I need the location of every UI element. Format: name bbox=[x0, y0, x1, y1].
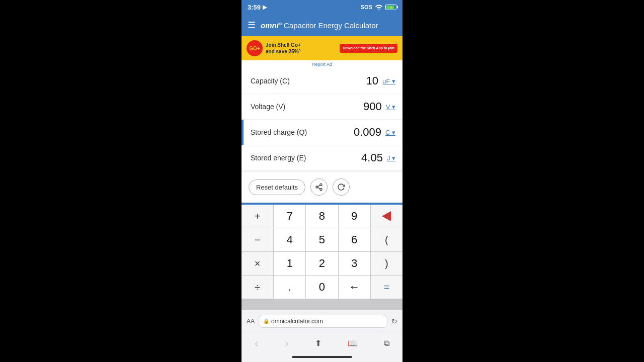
menu-icon[interactable]: ☰ bbox=[248, 20, 256, 31]
stored-charge-value: 0.009 bbox=[354, 126, 381, 139]
reload-icon[interactable]: ↻ bbox=[391, 317, 397, 325]
key-sym[interactable]: ÷ bbox=[242, 276, 273, 299]
home-indicator bbox=[242, 354, 403, 362]
ad-banner[interactable]: GO+ Join Shell Go+and save 25%° Download… bbox=[242, 36, 403, 60]
key-sym[interactable]: × bbox=[242, 252, 273, 275]
svg-point-1 bbox=[316, 186, 318, 188]
time-display: 3:59 bbox=[248, 4, 261, 11]
capacity-row[interactable]: Capacity (C) 10 μF ▾ bbox=[242, 68, 403, 94]
key-sym[interactable]: ) bbox=[371, 252, 403, 275]
key-4[interactable]: 4 bbox=[274, 228, 305, 251]
report-ad[interactable]: Report Ad bbox=[242, 60, 403, 68]
key-sym[interactable]: . bbox=[274, 276, 305, 299]
nav-bar: ☰ omni° Capacitor Energy Calculator bbox=[242, 14, 403, 36]
tabs-button[interactable]: ⧉ bbox=[384, 339, 389, 348]
status-left: 3:59 ▶ bbox=[248, 4, 267, 11]
key-7[interactable]: 7 bbox=[274, 205, 305, 228]
share-button[interactable] bbox=[310, 178, 328, 196]
voltage-label: Voltage (V) bbox=[251, 103, 363, 111]
stored-energy-value: 4.05 bbox=[361, 151, 383, 164]
key-sym[interactable]: − bbox=[242, 228, 273, 251]
capacity-label: Capacity (C) bbox=[251, 77, 366, 85]
status-bar: 3:59 ▶ SOS ⚡ bbox=[242, 0, 403, 14]
url-text: omnicalculator.com bbox=[271, 318, 323, 325]
voltage-row[interactable]: Voltage (V) 900 V ▾ bbox=[242, 94, 403, 120]
battery-icon: ⚡ bbox=[385, 5, 396, 10]
location-icon: ▶ bbox=[263, 4, 267, 11]
shell-logo: GO+ bbox=[247, 40, 263, 56]
key-sym[interactable] bbox=[371, 205, 403, 228]
voltage-value: 900 bbox=[363, 100, 382, 113]
stored-charge-label: Stored charge (Q) bbox=[251, 128, 354, 136]
stored-charge-unit[interactable]: C ▾ bbox=[385, 129, 395, 136]
capacity-value: 10 bbox=[366, 74, 378, 87]
refresh-button[interactable] bbox=[333, 178, 350, 196]
wifi-icon bbox=[375, 4, 383, 11]
back-button[interactable]: ‹ bbox=[255, 336, 259, 350]
ad-cta-button[interactable]: Download the Shell App to join bbox=[340, 44, 397, 52]
key-sym[interactable]: ( bbox=[371, 228, 403, 251]
nav-title: omni° Capacitor Energy Calculator bbox=[261, 21, 378, 30]
numpad: +789−456(×123)÷.0←= bbox=[242, 205, 403, 310]
ad-text: Join Shell Go+and save 25%° bbox=[266, 42, 337, 55]
browser-bar: AA 🔒 omnicalculator.com ↻ bbox=[242, 310, 403, 332]
page-title: Capacitor Energy Calculator bbox=[284, 21, 378, 30]
svg-point-2 bbox=[320, 189, 322, 191]
url-bar[interactable]: 🔒 omnicalculator.com bbox=[259, 315, 387, 328]
stored-energy-row[interactable]: Stored energy (E) 4.05 J ▾ bbox=[242, 145, 403, 171]
key-sym[interactable]: ← bbox=[339, 276, 370, 299]
key-2[interactable]: 2 bbox=[306, 252, 338, 275]
lock-icon: 🔒 bbox=[263, 318, 269, 324]
brand-name: omni° bbox=[261, 21, 282, 30]
reset-defaults-button[interactable]: Reset defaults bbox=[249, 179, 305, 195]
key-6[interactable]: 6 bbox=[339, 228, 370, 251]
key-3[interactable]: 3 bbox=[339, 252, 370, 275]
home-bar bbox=[292, 356, 352, 358]
svg-line-4 bbox=[318, 185, 320, 187]
key-sym[interactable]: = bbox=[371, 276, 403, 299]
aa-text[interactable]: AA bbox=[247, 318, 255, 325]
share-nav-button[interactable]: ⬆ bbox=[315, 338, 321, 348]
voltage-unit[interactable]: V ▾ bbox=[386, 103, 395, 111]
svg-point-0 bbox=[320, 184, 322, 186]
svg-line-3 bbox=[318, 188, 320, 189]
key-1[interactable]: 1 bbox=[274, 252, 305, 275]
key-sym[interactable]: + bbox=[242, 205, 273, 228]
stored-energy-unit[interactable]: J ▾ bbox=[387, 154, 395, 162]
bottom-nav: ‹ › ⬆ 📖 ⧉ bbox=[242, 332, 403, 354]
key-8[interactable]: 8 bbox=[306, 205, 338, 228]
sos-indicator: SOS bbox=[361, 4, 372, 10]
phone-frame: 3:59 ▶ SOS ⚡ ☰ omni° Capacitor Energy Ca… bbox=[242, 0, 403, 362]
key-0[interactable]: 0 bbox=[306, 276, 338, 299]
status-right: SOS ⚡ bbox=[361, 4, 396, 11]
key-5[interactable]: 5 bbox=[306, 228, 338, 251]
forward-button[interactable]: › bbox=[285, 336, 289, 350]
capacity-unit[interactable]: μF ▾ bbox=[382, 77, 395, 85]
action-buttons: Reset defaults bbox=[242, 171, 403, 203]
bookmarks-button[interactable]: 📖 bbox=[348, 338, 358, 348]
key-9[interactable]: 9 bbox=[339, 205, 370, 228]
stored-energy-label: Stored energy (E) bbox=[251, 154, 361, 162]
calculator-fields: Capacity (C) 10 μF ▾ Voltage (V) 900 V ▾… bbox=[242, 68, 403, 171]
stored-charge-row[interactable]: Stored charge (Q) 0.009 C ▾ bbox=[242, 120, 403, 145]
